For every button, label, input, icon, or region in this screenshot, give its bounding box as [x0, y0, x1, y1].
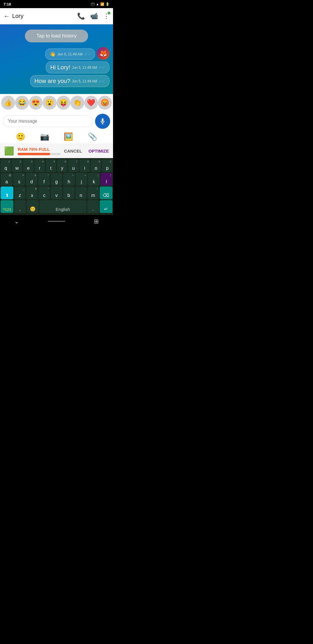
- key-i[interactable]: 8i: [79, 159, 90, 172]
- key-m[interactable]: /m: [88, 187, 99, 199]
- message-text: How are you?: [34, 78, 70, 84]
- table-row: Hi Lory! Jun 5, 11:49 AM ✓✓: [3, 61, 110, 73]
- key-n[interactable]: ;n: [75, 187, 87, 199]
- message-bubble: Hi Lory! Jun 5, 11:49 AM ✓✓: [46, 61, 110, 73]
- message-text: 👋: [50, 51, 56, 57]
- key-o[interactable]: 9o: [91, 159, 101, 172]
- attachment-row: 🙂 📷 🖼️ 📎: [0, 131, 113, 144]
- keyboard-row-1: 1q 2w 3e 4r 5t 6y 7u 8i 9o 0p: [1, 159, 112, 172]
- signal-icon: 📶: [100, 2, 104, 6]
- key-v[interactable]: 'v: [51, 187, 62, 199]
- key-y[interactable]: 6y: [57, 159, 68, 172]
- wifi-icon: ▲: [96, 2, 99, 6]
- avatar-emoji: 🦊: [99, 50, 107, 57]
- key-p[interactable]: 0p: [102, 159, 112, 172]
- emoji-heart[interactable]: ❤️: [84, 96, 98, 110]
- key-u[interactable]: 7u: [68, 159, 79, 172]
- video-button[interactable]: 📹: [90, 12, 98, 20]
- input-area: [0, 111, 113, 131]
- emoji-picker-button[interactable]: 🙂: [16, 132, 25, 141]
- ram-label: RAM: [18, 147, 29, 152]
- key-j[interactable]: =j: [76, 173, 87, 186]
- phone-button[interactable]: 📞: [77, 12, 85, 20]
- backspace-key[interactable]: ⌫: [100, 187, 112, 199]
- nav-home-pill[interactable]: [48, 221, 65, 222]
- message-time: Jun 5, 11:49 AM: [72, 66, 97, 70]
- emoji-clap[interactable]: 👏: [70, 96, 84, 110]
- optimize-button[interactable]: OPTIMIZE: [88, 149, 109, 153]
- table-row: How are you? Jun 5, 11:49 AM ✓✓: [3, 75, 110, 87]
- key-h[interactable]: +h: [63, 173, 75, 186]
- keyboard: 1q 2w 3e 4r 5t 6y 7u 8i 9o 0p @a #s &d *…: [0, 158, 113, 215]
- avatar: 🦊: [97, 47, 110, 60]
- emoji-angry[interactable]: 😡: [98, 96, 112, 110]
- key-l[interactable]: )l: [101, 173, 112, 186]
- nav-apps-button[interactable]: ⊞: [94, 218, 99, 225]
- key-w[interactable]: 2w: [12, 159, 22, 172]
- message-text: Hi Lory!: [50, 64, 70, 71]
- nav-bar: ⌄ ⊞: [0, 215, 113, 228]
- emoji-surprised[interactable]: 😮: [43, 96, 57, 110]
- key-e[interactable]: 3e: [23, 159, 34, 172]
- key-q[interactable]: 1q: [1, 159, 11, 172]
- ram-bar: 🟩 RAM 76% FULL CANCEL OPTIMIZE: [0, 144, 113, 158]
- message-bubble: 👋 Jun 5, 11:49 AM ✓✓: [45, 48, 95, 60]
- message-time: Jun 5, 11:49 AM: [72, 79, 97, 83]
- key-x[interactable]: $x: [26, 187, 38, 199]
- status-bar: 7:18 📳 ▲ 📶 🔋: [0, 0, 113, 8]
- key-c[interactable]: "c: [39, 187, 50, 199]
- key-d[interactable]: &d: [26, 173, 37, 186]
- load-history-button[interactable]: Tap to load history: [25, 30, 88, 42]
- keyboard-row-3: ⬆ _z $x "c 'v :b ;n /m ⌫: [1, 187, 112, 199]
- mic-icon: [99, 118, 106, 125]
- vibrate-icon: 📳: [91, 2, 95, 6]
- key-k[interactable]: (k: [88, 173, 100, 186]
- key-s[interactable]: #s: [13, 173, 25, 186]
- quick-emoji-row: 👍 😂 😍 😮 😝 👏 ❤️ 😡: [0, 94, 113, 111]
- shift-key[interactable]: ⬆: [1, 187, 13, 199]
- key-g[interactable]: -g: [51, 173, 62, 186]
- emoji-hearteyes[interactable]: 😍: [29, 96, 43, 110]
- key-a[interactable]: @a: [1, 173, 12, 186]
- spacebar[interactable]: English: [39, 200, 86, 213]
- top-actions: 📞 📹 ⋮: [77, 12, 110, 20]
- read-receipt: ✓✓: [99, 65, 105, 70]
- key-z[interactable]: _z: [14, 187, 26, 199]
- messages-list: 👋 Jun 5, 11:49 AM ✓✓ 🦊 Hi Lory! Jun 5, 1…: [3, 47, 110, 87]
- status-time: 7:18: [3, 2, 11, 6]
- key-f[interactable]: *f: [38, 173, 50, 186]
- camera-button[interactable]: 📷: [40, 132, 49, 141]
- contact-name: Lory: [12, 13, 77, 19]
- key-b[interactable]: :b: [63, 187, 74, 199]
- enter-key[interactable]: ↵: [100, 200, 112, 213]
- emoji-laugh[interactable]: 😂: [15, 96, 29, 110]
- numbers-key[interactable]: ?123: [1, 200, 13, 213]
- emoji-key[interactable]: 😊: [27, 200, 38, 213]
- keyboard-row-2: @a #s &d *f -g +h =j (k )l: [1, 173, 112, 186]
- nav-back-button[interactable]: ⌄: [14, 218, 19, 225]
- chat-area: Tap to load history 👋 Jun 5, 11:49 AM ✓✓…: [0, 24, 113, 94]
- emoji-grinning[interactable]: 😝: [57, 96, 70, 110]
- gallery-button[interactable]: 🖼️: [64, 132, 73, 141]
- key-t[interactable]: 5t: [46, 159, 56, 172]
- ram-icon: 🟩: [4, 146, 14, 156]
- ram-text: RAM 76% FULL: [18, 147, 61, 152]
- online-indicator: [108, 12, 110, 15]
- more-button[interactable]: ⋮: [103, 12, 110, 20]
- comma-key[interactable]: ,: [14, 200, 26, 213]
- status-icons: 📳 ▲ 📶 🔋: [91, 2, 110, 6]
- key-r[interactable]: 4r: [34, 159, 45, 172]
- attachment-button[interactable]: 📎: [88, 132, 97, 141]
- top-bar: ← Lory 📞 📹 ⋮: [0, 8, 113, 24]
- message-time: Jun 5, 11:49 AM: [57, 52, 83, 56]
- keyboard-row-4: ?123 , 😊 English . ↵: [1, 200, 112, 213]
- read-receipt: ✓✓: [84, 52, 91, 56]
- ram-info: RAM 76% FULL: [18, 147, 61, 155]
- ram-percent: 76% FULL: [29, 147, 50, 152]
- period-key[interactable]: .: [87, 200, 99, 213]
- message-input[interactable]: [3, 115, 93, 127]
- emoji-thumbsup[interactable]: 👍: [1, 96, 15, 110]
- cancel-button[interactable]: CANCEL: [64, 149, 82, 153]
- back-button[interactable]: ←: [3, 12, 10, 20]
- mic-button[interactable]: [95, 114, 110, 129]
